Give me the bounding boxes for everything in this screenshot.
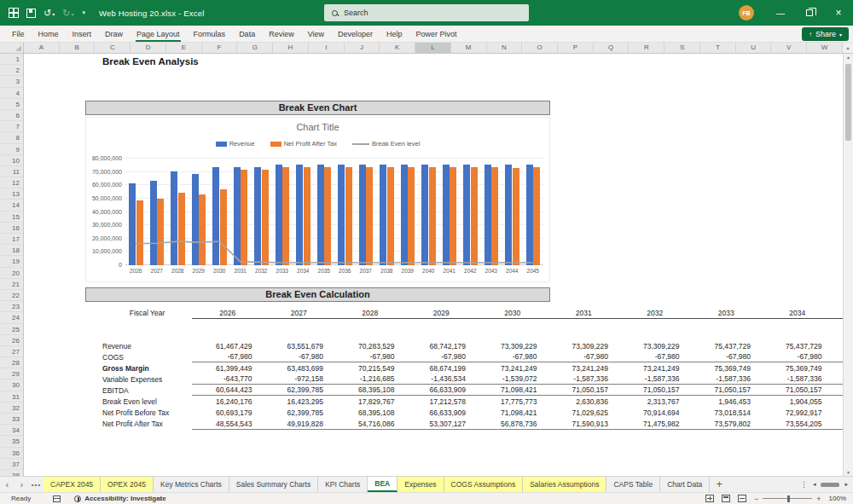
row-header-35[interactable]: 35 (0, 436, 23, 447)
table-cell-net-profit-after-tax-2031[interactable]: 71,590,913 (548, 420, 620, 428)
menu-item-insert[interactable]: Insert (66, 26, 99, 42)
column-header-V[interactable]: V (771, 43, 807, 53)
table-cell-gross-margin-2029[interactable]: 68,674,199 (406, 364, 478, 373)
sheet-tab-key-metrics-charts[interactable]: Key Metrics Charts (154, 477, 229, 492)
table-cell-break-even-level-2028[interactable]: 17,829,767 (334, 397, 406, 406)
row-header-33[interactable]: 33 (0, 414, 23, 425)
table-cell-ebitda-2034[interactable]: 71,050,157 (762, 385, 833, 394)
table-cell-ebitda-2029[interactable]: 66,633,909 (406, 385, 478, 394)
table-cell-net-profit-before-tax-2032[interactable]: 70,914,694 (619, 408, 691, 417)
table-cell-net-profit-after-tax-2032[interactable]: 71,475,982 (619, 420, 691, 428)
row-label-cogs[interactable]: COGS (102, 353, 192, 362)
sheet-tab-caps-table[interactable]: CAPS Table (606, 477, 660, 492)
table-cell-ebitda-2033[interactable]: 71,050,157 (691, 385, 763, 394)
table-cell-gross-margin-2031[interactable]: 73,241,249 (548, 364, 620, 373)
column-header-M[interactable]: M (451, 43, 487, 53)
column-header-S[interactable]: S (664, 43, 700, 53)
row-header-16[interactable]: 16 (0, 223, 23, 234)
zoom-in-icon[interactable]: + (816, 495, 821, 503)
row-label-break-even-level[interactable]: Break Even level (102, 397, 192, 406)
row-header-22[interactable]: 22 (0, 290, 23, 301)
table-cell-break-even-level-2031[interactable]: 2,630,836 (548, 397, 620, 406)
table-cell-revenue-2030[interactable]: 73,309,229 (477, 342, 548, 350)
column-header-U[interactable]: U (736, 43, 772, 53)
year-header-2028[interactable]: 2028 (334, 309, 406, 317)
table-cell-cogs-2031[interactable]: -67,980 (548, 352, 620, 361)
select-all-corner[interactable] (0, 43, 24, 53)
table-cell-cogs-2029[interactable]: -67,980 (406, 352, 478, 361)
table-cell-gross-margin-2032[interactable]: 73,241,249 (619, 364, 691, 373)
table-cell-break-even-level-2027[interactable]: 16,423,295 (264, 397, 335, 406)
sheet-tab-salaries-assumptions[interactable]: Salaries Assumptions (523, 477, 606, 492)
table-cell-break-even-level-2033[interactable]: 1,946,453 (691, 397, 763, 406)
table-cell-gross-margin-2028[interactable]: 70,215,549 (334, 364, 406, 373)
menu-item-draw[interactable]: Draw (98, 26, 130, 42)
row-header-4[interactable]: 4 (0, 88, 23, 99)
menu-item-review[interactable]: Review (262, 26, 301, 42)
table-cell-revenue-2033[interactable]: 75,437,729 (691, 342, 763, 350)
row-header-17[interactable]: 17 (0, 234, 23, 245)
column-header-W[interactable]: W (807, 43, 843, 53)
table-cell-break-even-level-2030[interactable]: 17,775,773 (477, 397, 548, 406)
accessibility-checker[interactable]: Accessibility: Investigate (74, 495, 166, 502)
table-cell-cogs-2028[interactable]: -67,980 (334, 352, 406, 361)
column-header-D[interactable]: D (131, 43, 166, 53)
column-header-H[interactable]: H (273, 43, 309, 53)
menu-item-data[interactable]: Data (232, 26, 262, 42)
row-header-23[interactable]: 23 (0, 301, 23, 312)
year-header-2033[interactable]: 2033 (691, 309, 763, 317)
tabs-scroll-right-icon[interactable]: › (15, 477, 29, 492)
table-cell-revenue-2027[interactable]: 63,551,679 (264, 342, 335, 350)
zoom-slider[interactable] (763, 498, 812, 499)
row-header-32[interactable]: 32 (0, 403, 23, 414)
row-header-36[interactable]: 36 (0, 448, 23, 459)
table-cell-revenue-2026[interactable]: 61,467,429 (192, 342, 264, 350)
row-header-5[interactable]: 5 (0, 99, 23, 110)
share-button[interactable]: ↑ Share ▾ (802, 27, 849, 41)
page-layout-view-icon[interactable] (722, 495, 730, 502)
column-header-C[interactable]: C (95, 43, 131, 53)
sheet-tab-kpi-charts[interactable]: KPI Charts (318, 477, 368, 492)
table-cell-net-profit-after-tax-2030[interactable]: 56,878,736 (477, 420, 548, 428)
table-cell-variable-expenses-2027[interactable]: -972,158 (264, 374, 335, 383)
sheet-tab-cogs-assumptions[interactable]: COGS Assumptions (444, 477, 524, 492)
table-cell-gross-margin-2026[interactable]: 61,399,449 (192, 364, 264, 373)
column-header-A[interactable]: A (24, 43, 60, 53)
row-header-24[interactable]: 24 (0, 312, 23, 323)
menu-item-view[interactable]: View (301, 26, 331, 42)
table-cell-net-profit-before-tax-2029[interactable]: 66,633,909 (406, 408, 478, 417)
tabs-scroll-left-icon[interactable]: ‹ (0, 477, 15, 492)
row-header-28[interactable]: 28 (0, 357, 23, 368)
sheet-tab-expenses[interactable]: Expenses (397, 477, 444, 492)
table-cell-net-profit-after-tax-2028[interactable]: 54,716,086 (334, 420, 406, 428)
zoom-slider-thumb[interactable] (787, 495, 790, 502)
row-header-1[interactable]: 1 (0, 54, 23, 65)
row-header-34[interactable]: 34 (0, 425, 23, 436)
row-header-21[interactable]: 21 (0, 279, 23, 290)
sheet-tab-capex-2045[interactable]: CAPEX 2045 (44, 477, 101, 492)
horizontal-scrollbar-thumb[interactable] (821, 483, 839, 487)
row-header-13[interactable]: 13 (0, 188, 23, 200)
year-header-2032[interactable]: 2032 (619, 309, 691, 317)
table-cell-variable-expenses-2028[interactable]: -1,216,685 (334, 374, 406, 383)
table-cell-net-profit-before-tax-2026[interactable]: 60,693,179 (192, 408, 264, 417)
table-cell-gross-margin-2027[interactable]: 63,483,699 (264, 364, 335, 373)
column-header-I[interactable]: I (309, 43, 345, 53)
table-cell-net-profit-after-tax-2029[interactable]: 53,307,127 (406, 420, 478, 428)
table-cell-ebitda-2031[interactable]: 71,050,157 (548, 385, 620, 394)
row-label-revenue[interactable]: Revenue (102, 342, 192, 350)
sheet-tab-bea[interactable]: BEA (368, 477, 397, 492)
column-header-N[interactable]: N (487, 43, 523, 53)
menu-item-file[interactable]: File (5, 26, 32, 42)
row-header-14[interactable]: 14 (0, 200, 23, 211)
column-header-L[interactable]: L (415, 43, 451, 53)
year-header-2029[interactable]: 2029 (406, 309, 478, 317)
table-cell-gross-margin-2030[interactable]: 73,241,249 (477, 364, 548, 373)
column-header-T[interactable]: T (700, 43, 736, 53)
table-cell-variable-expenses-2029[interactable]: -1,436,534 (406, 374, 478, 383)
menu-item-help[interactable]: Help (380, 26, 409, 42)
redo-icon[interactable]: ↻▾ (62, 9, 73, 18)
tab-options-icon[interactable]: ⋮ (800, 480, 808, 489)
row-header-3[interactable]: 3 (0, 76, 23, 87)
table-cell-ebitda-2032[interactable]: 71,050,157 (619, 385, 691, 394)
